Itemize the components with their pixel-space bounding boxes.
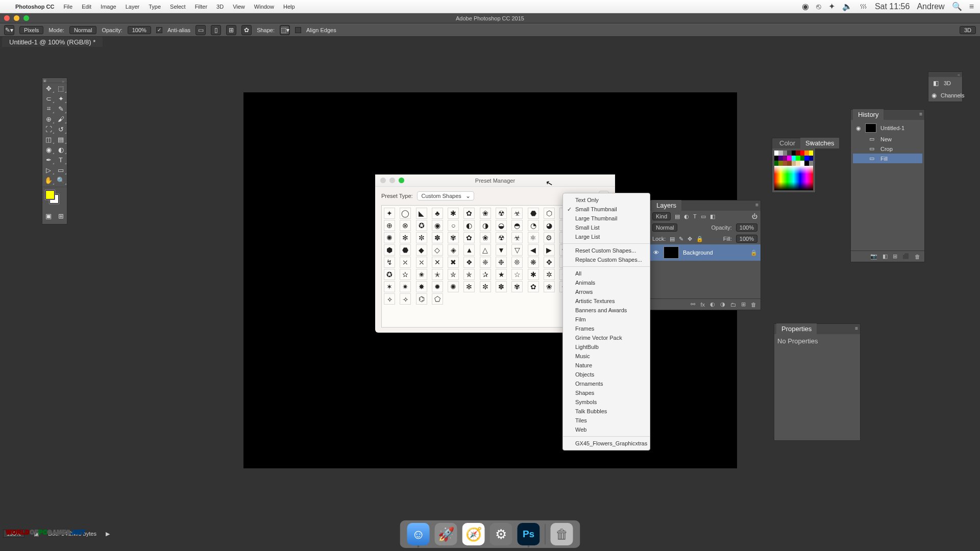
flyout-item[interactable]: Shapes — [563, 388, 650, 397]
crop-tool[interactable]: ⌗ — [42, 104, 55, 114]
swatch[interactable] — [783, 156, 787, 161]
filter-icon[interactable]: ◐ — [684, 213, 689, 220]
preset-shape[interactable]: ✾ — [511, 281, 523, 292]
preset-shape[interactable]: ❊ — [511, 257, 523, 268]
flyout-item[interactable]: Small Thumbnail — [563, 205, 650, 214]
path-tool[interactable]: ▷ — [42, 165, 55, 175]
link-icon[interactable]: ⚯ — [691, 301, 695, 308]
heal-tool[interactable]: ⊕ — [42, 114, 55, 124]
flyout-item[interactable]: Music — [563, 352, 650, 361]
preset-shape[interactable]: ⌬ — [416, 293, 427, 305]
wifi-icon[interactable]: ᯾ — [860, 2, 868, 11]
swatch[interactable] — [804, 151, 808, 156]
swatch[interactable] — [783, 161, 787, 166]
properties-tab[interactable]: Properties — [776, 323, 817, 334]
preset-shape[interactable]: ✸ — [416, 281, 427, 292]
preset-shape[interactable]: ✕ — [432, 257, 443, 268]
preset-shape[interactable]: ✲ — [544, 269, 555, 280]
menu-select[interactable]: Select — [170, 4, 186, 10]
history-icon[interactable]: ⬛ — [902, 253, 910, 260]
preset-shape[interactable]: ◓ — [511, 220, 523, 231]
eraser-tool[interactable]: ◫ — [42, 134, 55, 144]
preset-shape[interactable]: ❋ — [528, 257, 539, 268]
color-spectrum[interactable] — [774, 166, 813, 190]
preset-shape[interactable]: ✖ — [448, 257, 459, 268]
flyout-item[interactable]: Banners and Awards — [563, 306, 650, 315]
swatch[interactable] — [809, 161, 813, 166]
preset-shape[interactable]: ✶ — [384, 281, 395, 292]
notification-center-icon[interactable]: ≡ — [969, 2, 974, 11]
menu-window[interactable]: Window — [254, 4, 274, 10]
panel-menu-icon[interactable]: ≡ — [755, 202, 758, 208]
blur-tool[interactable]: ◉ — [42, 144, 55, 155]
type-tool[interactable]: T — [55, 155, 67, 165]
history-state[interactable]: ▭New — [853, 134, 922, 144]
filter-toggle[interactable]: ⏻ — [752, 213, 757, 219]
menu-filter[interactable]: Filter — [195, 4, 207, 10]
menu-extra-icon[interactable]: ✦ — [828, 2, 835, 11]
flyout-item[interactable]: Replace Custom Shapes... — [563, 255, 650, 264]
preset-shape[interactable]: ✺ — [384, 232, 395, 243]
lock-icon[interactable]: ▤ — [670, 236, 675, 242]
preset-shape[interactable]: ♣ — [432, 208, 443, 219]
dock-settings[interactable]: ⚙ — [490, 523, 512, 545]
dock-launchpad[interactable]: 🚀 — [435, 523, 457, 545]
preset-shape[interactable]: ◯ — [400, 208, 411, 219]
path-op-icon[interactable]: ▭ — [195, 25, 206, 35]
preset-shape[interactable]: ⟡ — [384, 293, 395, 305]
filter-icon[interactable]: ◧ — [710, 213, 715, 220]
flyout-item[interactable]: All — [563, 269, 650, 278]
volume-icon[interactable]: 🔈 — [842, 2, 852, 11]
preset-shape[interactable]: ◐ — [463, 220, 475, 231]
history-snapshot[interactable]: ◉ Untitled-1 — [853, 122, 922, 134]
path-op-icon[interactable]: ⊞ — [226, 25, 236, 35]
preset-shape[interactable]: ✪ — [384, 269, 395, 280]
status-arrow-icon[interactable]: ▶ — [106, 531, 110, 537]
blend-mode-select[interactable]: Normal — [652, 223, 677, 232]
swatch[interactable] — [774, 156, 778, 161]
swatch[interactable] — [800, 156, 804, 161]
shape-tool[interactable]: ▭ — [55, 165, 67, 175]
preset-shape[interactable]: ✯ — [463, 269, 475, 280]
swatch[interactable] — [804, 156, 808, 161]
preset-shape[interactable]: ⬣ — [528, 208, 539, 219]
wand-tool[interactable]: ✦ — [55, 93, 67, 104]
preset-shape[interactable]: ✿ — [528, 281, 539, 292]
history-brush-tool[interactable]: ↺ — [55, 124, 67, 134]
flyout-item[interactable]: GX45_Flowers_Graphicxtras — [563, 439, 650, 448]
preset-shape[interactable]: ⊕ — [384, 220, 395, 231]
preset-shape[interactable]: ◀ — [528, 244, 539, 256]
marquee-tool[interactable]: ⬚ — [55, 83, 67, 93]
layer-name[interactable]: Background — [683, 249, 713, 256]
swatch[interactable] — [800, 151, 804, 156]
preset-shape[interactable]: ❈ — [480, 257, 491, 268]
preset-shape[interactable]: ✱ — [528, 269, 539, 280]
preset-shape[interactable]: ✥ — [544, 257, 555, 268]
panel-menu-icon[interactable]: ≡ — [810, 140, 813, 145]
flyout-item[interactable]: Frames — [563, 324, 650, 333]
preset-shape[interactable]: ⊗ — [400, 220, 411, 231]
zoom-tool[interactable]: 🔍 — [55, 175, 67, 185]
flyout-item[interactable]: Small List — [563, 223, 650, 232]
filter-icon[interactable]: ▭ — [701, 213, 706, 220]
new-layer-icon[interactable]: ⊞ — [741, 301, 746, 308]
preset-shape[interactable]: ❀ — [544, 281, 555, 292]
flyout-item[interactable]: Web — [563, 425, 650, 434]
antialias-checkbox[interactable] — [156, 27, 162, 33]
flyout-item[interactable]: Film — [563, 315, 650, 324]
menu-edit[interactable]: Edit — [82, 4, 91, 10]
swatch[interactable] — [809, 156, 813, 161]
adjustment-icon[interactable]: ◑ — [720, 301, 725, 308]
layer-filter-kind[interactable]: Kind — [652, 212, 671, 220]
preset-shape[interactable]: ✬ — [416, 269, 427, 280]
move-tool[interactable]: ✥ — [42, 83, 55, 93]
flyout-item[interactable]: Talk Bubbles — [563, 407, 650, 416]
dock-safari[interactable]: 🧭 — [462, 523, 485, 545]
menu-type[interactable]: Type — [149, 4, 161, 10]
preset-shape[interactable]: ⤫ — [400, 257, 411, 268]
stamp-tool[interactable]: ⛶ — [42, 124, 55, 134]
swatch[interactable] — [804, 161, 808, 166]
preset-shape[interactable]: ▼ — [496, 244, 507, 256]
preset-shape[interactable]: ❉ — [496, 257, 507, 268]
preset-shape[interactable]: ▲ — [463, 244, 475, 256]
